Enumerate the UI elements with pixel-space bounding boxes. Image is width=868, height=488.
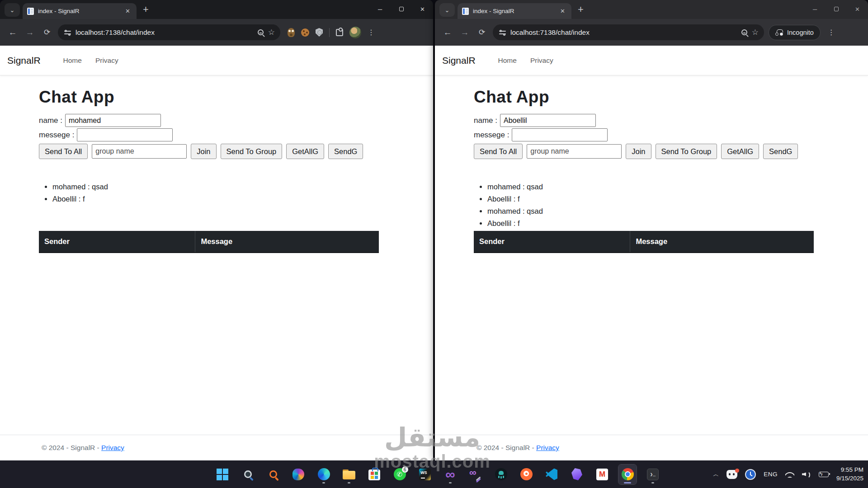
extensions-puzzle-icon[interactable] bbox=[336, 29, 343, 36]
taskbar-edge[interactable] bbox=[315, 465, 333, 484]
browser-toolbar: ← → ⟳ localhost:7138/chat/index ☆ Incogn… bbox=[435, 19, 868, 46]
group-name-input[interactable] bbox=[92, 144, 187, 159]
address-bar[interactable]: localhost:7138/chat/index ☆ bbox=[58, 24, 280, 40]
url-text[interactable]: localhost:7138/chat/index bbox=[75, 28, 253, 37]
taskbar-vs-installer[interactable] bbox=[467, 465, 485, 484]
new-tab-button[interactable]: + bbox=[143, 4, 149, 15]
message-input[interactable] bbox=[77, 128, 173, 141]
volume-icon[interactable] bbox=[802, 471, 811, 478]
profile-avatar[interactable] bbox=[349, 27, 361, 38]
address-bar[interactable]: localhost:7138/chat/index ☆ bbox=[493, 24, 764, 40]
browser-tab[interactable]: index - SignalR ✕ bbox=[23, 3, 137, 19]
name-input[interactable] bbox=[500, 114, 596, 127]
nav-privacy-link[interactable]: Privacy bbox=[530, 56, 553, 65]
cookie-extension-icon[interactable] bbox=[301, 28, 309, 37]
nav-home-link[interactable]: Home bbox=[498, 56, 517, 65]
table-header-message: Message bbox=[195, 231, 379, 253]
new-tab-button[interactable]: + bbox=[578, 4, 584, 15]
reload-button[interactable]: ⟳ bbox=[476, 28, 488, 37]
taskbar-microsoft-store[interactable] bbox=[365, 465, 383, 484]
taskbar-postman[interactable] bbox=[517, 465, 535, 484]
battery-icon[interactable] bbox=[819, 472, 829, 477]
maximize-button[interactable] bbox=[391, 0, 412, 18]
name-input[interactable] bbox=[65, 114, 161, 127]
footer-privacy-link[interactable]: Privacy bbox=[536, 444, 559, 452]
zoom-out-icon[interactable] bbox=[258, 29, 264, 35]
windows-taskbar: 6 ∞ ❯_ ︿ ENG 9:55 PM 9/15/2025 bbox=[0, 460, 868, 488]
tab-search-button[interactable]: ⌄ bbox=[439, 3, 455, 17]
message-list: mohamed : qsadAboellil : fmohamed : qsad… bbox=[487, 183, 868, 230]
taskbar-terminal[interactable]: ❯_ bbox=[644, 465, 662, 484]
language-indicator[interactable]: ENG bbox=[764, 471, 778, 478]
taskbar-chrome[interactable] bbox=[618, 465, 637, 484]
clock[interactable]: 9:55 PM 9/15/2025 bbox=[836, 466, 863, 483]
shield-extension-icon[interactable] bbox=[316, 28, 323, 37]
taskbar-vscode[interactable] bbox=[542, 465, 561, 484]
send-to-all-button[interactable]: Send To All bbox=[474, 144, 523, 159]
taskbar-search-app[interactable] bbox=[264, 465, 282, 484]
table-header-message: Message bbox=[630, 231, 814, 253]
tray-date: 9/15/2025 bbox=[836, 474, 863, 483]
send-to-group-button[interactable]: Send To Group bbox=[221, 144, 283, 159]
taskbar-file-explorer[interactable] bbox=[340, 465, 358, 484]
tab-title: index - SignalR bbox=[38, 8, 119, 14]
nav-home-link[interactable]: Home bbox=[63, 56, 82, 65]
wifi-icon[interactable] bbox=[785, 471, 794, 478]
browser-window-right-incognito: ⌄ index - SignalR ✕ + ─ ✕ ← → ⟳ localhos… bbox=[435, 0, 868, 460]
getallg-button[interactable]: GetAllG bbox=[286, 144, 324, 159]
owl-extension-icon[interactable] bbox=[288, 28, 295, 37]
tab-search-button[interactable]: ⌄ bbox=[5, 3, 20, 17]
zoom-out-icon[interactable] bbox=[741, 29, 747, 35]
clockify-tray-icon[interactable] bbox=[745, 469, 756, 480]
footer-privacy-link[interactable]: Privacy bbox=[101, 444, 124, 452]
sendg-button[interactable]: SendG bbox=[328, 144, 363, 159]
bookmark-star-icon[interactable]: ☆ bbox=[752, 28, 759, 37]
back-button[interactable]: ← bbox=[6, 28, 19, 38]
taskbar-search[interactable] bbox=[239, 465, 257, 484]
page-footer: © 2024 - SignalR - Privacy bbox=[0, 435, 433, 460]
taskbar-visual-studio[interactable]: ∞ bbox=[441, 465, 459, 484]
tray-hidden-icons-chevron[interactable]: ︿ bbox=[713, 470, 719, 479]
close-button[interactable]: ✕ bbox=[412, 0, 433, 18]
bookmark-star-icon[interactable]: ☆ bbox=[268, 28, 275, 37]
obsidian-icon bbox=[571, 468, 582, 480]
back-button[interactable]: ← bbox=[441, 28, 454, 38]
sendg-button[interactable]: SendG bbox=[763, 144, 798, 159]
getallg-button[interactable]: GetAllG bbox=[721, 144, 759, 159]
send-to-group-button[interactable]: Send To Group bbox=[656, 144, 717, 159]
join-button[interactable]: Join bbox=[191, 144, 216, 159]
reload-button[interactable]: ⟳ bbox=[41, 28, 53, 37]
browser-tab[interactable]: index - SignalR ✕ bbox=[458, 3, 571, 19]
discord-tray-icon[interactable] bbox=[726, 470, 737, 479]
tab-close-icon[interactable]: ✕ bbox=[558, 7, 567, 15]
taskbar-webstorm[interactable] bbox=[416, 465, 434, 484]
brand-link[interactable]: SignalR bbox=[442, 55, 476, 66]
nav-privacy-link[interactable]: Privacy bbox=[95, 56, 118, 65]
browser-menu-icon[interactable]: ⋮ bbox=[368, 28, 372, 37]
send-to-all-button[interactable]: Send To All bbox=[39, 144, 88, 159]
group-name-input[interactable] bbox=[527, 144, 622, 159]
close-button[interactable]: ✕ bbox=[847, 0, 868, 18]
file-explorer-icon bbox=[343, 469, 355, 479]
maximize-button[interactable] bbox=[826, 0, 847, 18]
tab-close-icon[interactable]: ✕ bbox=[123, 7, 132, 15]
taskbar-gmail[interactable] bbox=[593, 465, 611, 484]
taskbar-copilot[interactable] bbox=[289, 465, 307, 484]
site-settings-icon[interactable] bbox=[64, 30, 71, 35]
minimize-button[interactable]: ─ bbox=[804, 0, 826, 18]
join-button[interactable]: Join bbox=[626, 144, 651, 159]
site-navbar: SignalR Home Privacy bbox=[0, 46, 433, 75]
message-input[interactable] bbox=[512, 128, 608, 141]
minimize-button[interactable]: ─ bbox=[369, 0, 391, 18]
site-settings-icon[interactable] bbox=[499, 30, 506, 35]
postman-icon bbox=[520, 468, 533, 480]
url-text[interactable]: localhost:7138/chat/index bbox=[510, 28, 737, 37]
taskbar-whatsapp[interactable]: 6 bbox=[391, 465, 409, 484]
brand-link[interactable]: SignalR bbox=[7, 55, 41, 66]
forward-button[interactable]: → bbox=[458, 28, 471, 38]
taskbar-obsidian[interactable] bbox=[568, 465, 586, 484]
forward-button[interactable]: → bbox=[24, 28, 36, 38]
start-button[interactable] bbox=[213, 465, 231, 484]
browser-menu-icon[interactable]: ⋮ bbox=[828, 28, 832, 37]
taskbar-gitkraken[interactable] bbox=[492, 465, 510, 484]
